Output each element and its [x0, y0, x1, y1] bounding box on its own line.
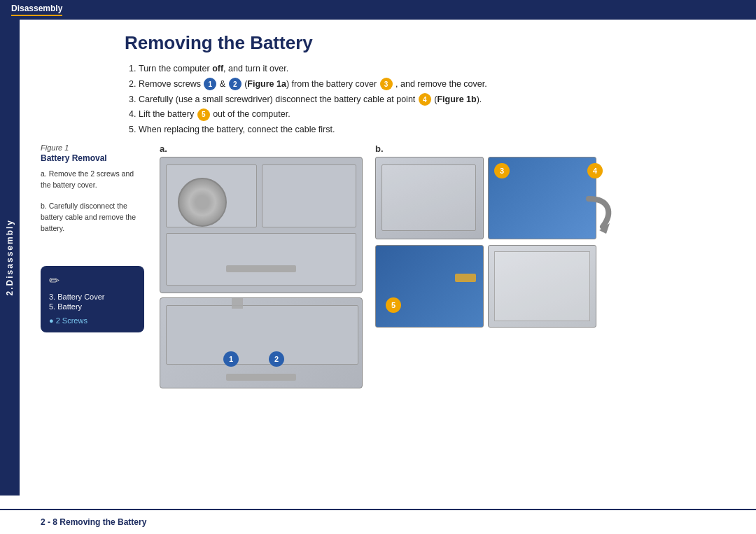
laptop-panel-2	[262, 164, 356, 227]
chapter-sidetab: 2.Disassembly	[0, 20, 20, 496]
curved-arrow-svg	[582, 192, 617, 234]
page-title: Removing the Battery	[41, 32, 742, 54]
page-footer: 2 - 8 Removing the Battery	[0, 509, 756, 534]
fan-detail	[178, 178, 227, 227]
images-row: 1 2	[160, 157, 742, 388]
laptop-bottom-screws-image: 1 2	[160, 297, 363, 388]
figure-section: Figure 1 Battery Removal a. Remove the 2…	[41, 143, 742, 388]
figure-title: Battery Removal	[41, 153, 146, 163]
pencil-icon: ✏	[49, 273, 136, 288]
badge-2-overlay: 2	[269, 351, 284, 367]
badge-1-overlay: 1	[223, 351, 239, 367]
arrow-up-svg	[209, 297, 265, 309]
connector-ribbon	[455, 274, 476, 282]
footer-text: 2 - 8 Removing the Battery	[41, 517, 146, 527]
laptop-slot	[226, 265, 296, 272]
frame-image	[488, 245, 596, 328]
laptop-panel-3	[166, 233, 356, 286]
main-content: Removing the Battery Turn the computer o…	[20, 32, 756, 388]
badge-2: 2	[229, 78, 241, 90]
step-3: Carefully (use a small screwdriver) disc…	[139, 93, 742, 106]
image-b-container: 3 4	[375, 157, 606, 328]
badge-5: 5	[197, 108, 210, 121]
badge-3-image: 3	[494, 163, 510, 178]
step-2: Remove screws 1 & 2 (Figure 1a) from the…	[139, 78, 742, 91]
slot-detail	[226, 374, 296, 381]
step-4: Lift the battery 5 out of the computer.	[139, 108, 742, 121]
image-b-label: b.	[375, 143, 384, 154]
laptop-bottom-image	[160, 157, 363, 293]
figure-caption-area: Figure 1 Battery Removal a. Remove the 2…	[41, 143, 153, 388]
battery-blue-image: 3 4	[488, 157, 596, 239]
badge-4: 4	[419, 93, 431, 106]
figure-caption-a: a. Remove the 2 screws and the battery c…	[41, 169, 146, 191]
svg-marker-0	[223, 297, 251, 309]
step-5: When replacing the battery, connect the …	[139, 123, 742, 136]
section-title: Disassembly	[11, 3, 62, 16]
badge-5-image: 5	[386, 297, 401, 313]
note-bullet: ● 2 Screws	[49, 316, 88, 325]
note-item-cover: 3. Battery Cover	[49, 293, 136, 301]
figure-caption-b: b. Carefully disconnect the battery cabl…	[41, 201, 146, 234]
cover-panel	[166, 305, 358, 365]
badge-3: 3	[380, 78, 393, 90]
instructions-list: Turn the computer off, and turn it over.…	[41, 62, 742, 136]
section-header: Disassembly	[0, 0, 756, 20]
step-1: Turn the computer off, and turn it over.	[139, 62, 742, 76]
images-area: a. b.	[153, 143, 742, 388]
note-item-battery: 5. Battery	[49, 302, 136, 311]
badge-1: 1	[204, 78, 216, 90]
cover-panel-image	[375, 157, 484, 239]
note-items-list: 3. Battery Cover 5. Battery	[49, 293, 136, 311]
image-a-container: 1 2	[160, 157, 363, 388]
battery-alone-image: 5	[375, 245, 484, 328]
sidetab-label: 2.Disassembly	[5, 219, 15, 295]
image-a-label: a.	[160, 143, 167, 154]
figure-label: Figure 1	[41, 143, 146, 152]
image-b-bottom-row: 5	[375, 245, 606, 328]
laptop-panel-1	[166, 164, 257, 227]
image-b-top-row: 3 4	[375, 157, 606, 239]
badge-4-image: 4	[587, 163, 603, 178]
note-box: ✏ 3. Battery Cover 5. Battery ● 2 Screws	[41, 266, 144, 332]
